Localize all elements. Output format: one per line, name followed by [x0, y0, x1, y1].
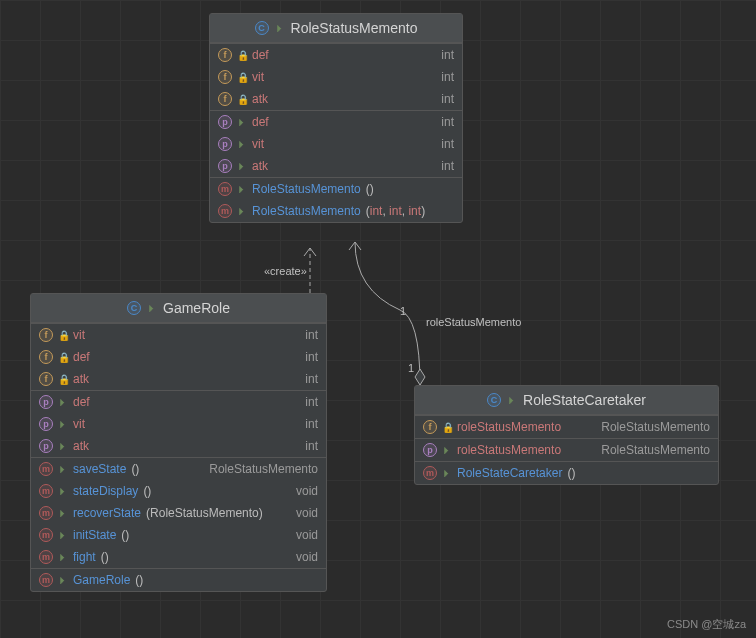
methods-section: m🞂RoleStateCaretaker(): [415, 461, 718, 484]
method-icon: m: [39, 550, 53, 564]
field-icon: f: [218, 70, 232, 84]
prop-row: p🞂vitint: [210, 133, 462, 155]
field-row: f🔒vitint: [210, 66, 462, 88]
class-header: C 🞂 RoleStateCaretaker: [415, 386, 718, 415]
methods-section: m🞂saveState()RoleStatusMemento m🞂stateDi…: [31, 457, 326, 568]
property-icon: p: [218, 159, 232, 173]
fields-section: f🔒defint f🔒vitint f🔒atkint: [210, 43, 462, 110]
public-icon: 🞂: [147, 303, 157, 314]
lock-icon: 🔒: [237, 72, 247, 83]
class-game-role: C 🞂 GameRole f🔒vitint f🔒defint f🔒atkint …: [30, 293, 327, 592]
property-icon: p: [423, 443, 437, 457]
create-label: «create»: [264, 265, 307, 277]
field-row: f🔒atkint: [31, 368, 326, 390]
field-icon: f: [39, 372, 53, 386]
fields-section: f🔒vitint f🔒defint f🔒atkint: [31, 323, 326, 390]
multiplicity-bottom: 1: [408, 362, 414, 374]
watermark: CSDN @空城za: [667, 617, 746, 632]
property-icon: p: [218, 115, 232, 129]
field-icon: f: [423, 420, 437, 434]
lock-icon: 🔒: [58, 330, 68, 341]
class-title: GameRole: [163, 300, 230, 316]
method-icon: m: [39, 484, 53, 498]
method-icon: m: [39, 573, 53, 587]
public-icon: 🞂: [58, 441, 68, 452]
class-icon: C: [127, 301, 141, 315]
method-row: m🞂initState()void: [31, 524, 326, 546]
class-header: C 🞂 GameRole: [31, 294, 326, 323]
props-section: p🞂defint p🞂vitint p🞂atkint: [210, 110, 462, 177]
public-icon: 🞂: [58, 530, 68, 541]
field-icon: f: [39, 328, 53, 342]
public-icon: 🞂: [58, 508, 68, 519]
prop-row: p🞂atkint: [210, 155, 462, 177]
field-icon: f: [218, 48, 232, 62]
methods-section: m🞂RoleStatusMemento() m🞂RoleStatusMement…: [210, 177, 462, 222]
property-icon: p: [39, 439, 53, 453]
public-icon: 🞂: [237, 139, 247, 150]
params: (int, int, int): [366, 204, 425, 218]
assoc-label: roleStatusMemento: [426, 316, 521, 328]
class-icon: C: [487, 393, 501, 407]
property-icon: p: [39, 417, 53, 431]
prop-row: p🞂defint: [210, 111, 462, 133]
method-icon: m: [39, 506, 53, 520]
method-row: m🞂fight()void: [31, 546, 326, 568]
property-icon: p: [39, 395, 53, 409]
prop-row: p🞂roleStatusMementoRoleStatusMemento: [415, 439, 718, 461]
fields-section: f🔒roleStatusMementoRoleStatusMemento: [415, 415, 718, 438]
public-icon: 🞂: [58, 486, 68, 497]
public-icon: 🞂: [58, 552, 68, 563]
method-row: m🞂RoleStateCaretaker(): [415, 462, 718, 484]
class-header: C 🞂 RoleStatusMemento: [210, 14, 462, 43]
prop-row: p🞂atkint: [31, 435, 326, 457]
property-icon: p: [218, 137, 232, 151]
method-row: m🞂stateDisplay()void: [31, 480, 326, 502]
class-role-status-memento: C 🞂 RoleStatusMemento f🔒defint f🔒vitint …: [209, 13, 463, 223]
public-icon: 🞂: [58, 419, 68, 430]
public-icon: 🞂: [442, 445, 452, 456]
method-icon: m: [218, 204, 232, 218]
field-icon: f: [218, 92, 232, 106]
public-icon: 🞂: [58, 397, 68, 408]
public-icon: 🞂: [237, 161, 247, 172]
method-icon: m: [39, 528, 53, 542]
props-section: p🞂defint p🞂vitint p🞂atkint: [31, 390, 326, 457]
svg-marker-1: [415, 369, 425, 385]
field-row: f🔒atkint: [210, 88, 462, 110]
lock-icon: 🔒: [237, 94, 247, 105]
public-icon: 🞂: [275, 23, 285, 34]
public-icon: 🞂: [58, 575, 68, 586]
class-title: RoleStatusMemento: [291, 20, 418, 36]
field-row: f🔒defint: [31, 346, 326, 368]
method-row: m🞂GameRole(): [31, 569, 326, 591]
method-icon: m: [39, 462, 53, 476]
lock-icon: 🔒: [442, 422, 452, 433]
multiplicity-top: 1: [400, 305, 406, 317]
lock-icon: 🔒: [58, 352, 68, 363]
props-section: p🞂roleStatusMementoRoleStatusMemento: [415, 438, 718, 461]
field-row: f🔒defint: [210, 44, 462, 66]
public-icon: 🞂: [237, 117, 247, 128]
field-row: f🔒vitint: [31, 324, 326, 346]
public-icon: 🞂: [442, 468, 452, 479]
class-title: RoleStateCaretaker: [523, 392, 646, 408]
method-row: m🞂RoleStatusMemento(int, int, int): [210, 200, 462, 222]
class-role-state-caretaker: C 🞂 RoleStateCaretaker f🔒roleStatusMemen…: [414, 385, 719, 485]
method-row: m🞂RoleStatusMemento(): [210, 178, 462, 200]
public-icon: 🞂: [237, 206, 247, 217]
public-icon: 🞂: [507, 395, 517, 406]
ctors-section: m🞂GameRole(): [31, 568, 326, 591]
public-icon: 🞂: [237, 184, 247, 195]
method-icon: m: [423, 466, 437, 480]
method-row: m🞂recoverState(RoleStatusMemento)void: [31, 502, 326, 524]
field-row: f🔒roleStatusMementoRoleStatusMemento: [415, 416, 718, 438]
lock-icon: 🔒: [237, 50, 247, 61]
method-row: m🞂saveState()RoleStatusMemento: [31, 458, 326, 480]
prop-row: p🞂vitint: [31, 413, 326, 435]
class-icon: C: [255, 21, 269, 35]
lock-icon: 🔒: [58, 374, 68, 385]
method-icon: m: [218, 182, 232, 196]
public-icon: 🞂: [58, 464, 68, 475]
prop-row: p🞂defint: [31, 391, 326, 413]
